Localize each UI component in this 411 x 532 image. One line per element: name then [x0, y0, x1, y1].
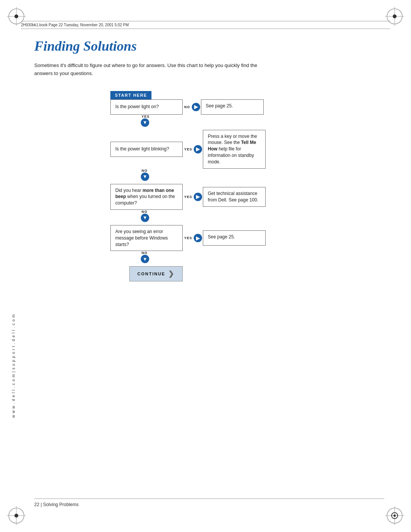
q2-yes-text: Press a key or move the mouse. See the T…	[208, 134, 257, 165]
q4-section: Are you seeing an error message before W…	[110, 225, 369, 263]
sidebar-url: w w w . d e l l . c o m | s u p p o r t …	[11, 114, 16, 418]
svg-point-11	[14, 514, 18, 518]
intro-text: Sometimes it's difficult to figure out w…	[34, 62, 270, 78]
header-bar: 2H930bk1.book Page 22 Tuesday, November …	[21, 21, 390, 29]
q4-no-down-icon: ▼	[141, 255, 149, 263]
q1-yes-down-icon: ▼	[141, 118, 149, 127]
q3-no-down-icon: ▼	[141, 214, 149, 222]
start-here-label: START HERE	[110, 91, 369, 99]
q2-yes-arrow-icon: ▶	[194, 145, 202, 153]
q2-section: Is the power light blinking? YES ▶ Press…	[110, 130, 369, 181]
q2-no-down-icon: ▼	[141, 173, 149, 181]
q1-section: Is the power light on? NO ▶ See page 25.…	[110, 99, 369, 127]
flowchart: START HERE Is the power light on? NO ▶ S…	[110, 91, 369, 282]
corner-mark-bl	[7, 506, 26, 525]
q1-yes-down: YES ▼	[110, 115, 369, 127]
continue-label: CONTINUE	[137, 272, 165, 276]
header-file-info: 2H930bk1.book Page 22 Tuesday, November …	[21, 23, 129, 27]
q4-yes-arrow-icon: ▶	[194, 234, 202, 242]
q3-no-down: NO ▼	[110, 210, 369, 222]
q1-row: Is the power light on? NO ▶ See page 25.	[110, 99, 369, 115]
q3-row: Did you hear more than one beep when you…	[110, 184, 369, 210]
q3-text: Did you hear more than one beep when you…	[115, 187, 178, 206]
q2-question: Is the power light blinking?	[110, 142, 183, 157]
q2-row: Is the power light blinking? YES ▶ Press…	[110, 130, 369, 169]
q4-row: Are you seeing an error message before W…	[110, 225, 369, 251]
corner-mark-br	[385, 506, 404, 525]
q1-no-answer: See page 25.	[201, 99, 264, 115]
q4-yes-connector: YES ▶	[183, 234, 202, 242]
q4-question: Are you seeing an error message before W…	[110, 225, 183, 251]
q2-yes-connector: YES ▶	[183, 145, 202, 153]
q3-yes-connector: YES ▶	[183, 193, 202, 201]
svg-point-7	[393, 14, 397, 18]
q2-yes-answer: Press a key or move the mouse. See the T…	[203, 130, 266, 169]
q4-yes-answer: See page 25.	[203, 230, 266, 246]
q1-no-arrow-icon: ▶	[192, 103, 200, 111]
footer: 22 | Solving Problems	[34, 498, 384, 507]
footer-text: 22 | Solving Problems	[34, 502, 79, 507]
q3-section: Did you hear more than one beep when you…	[110, 184, 369, 222]
page-title: Finding Solutions	[34, 38, 384, 54]
continue-section: CONTINUE ❯	[110, 266, 369, 281]
continue-arrow-icon: ❯	[168, 270, 175, 278]
q1-question: Is the power light on?	[110, 99, 183, 115]
q1-no-connector: NO ▶	[183, 103, 200, 111]
svg-point-16	[393, 514, 396, 517]
main-content: Finding Solutions Sometimes it's difficu…	[34, 38, 384, 281]
q3-yes-answer: Get technical assistance from Dell. See …	[203, 187, 266, 207]
q3-yes-arrow-icon: ▶	[194, 193, 202, 201]
continue-box: CONTINUE ❯	[129, 266, 183, 281]
svg-point-3	[14, 14, 18, 18]
q4-no-down: NO ▼	[110, 251, 369, 263]
q2-no-down: NO ▼	[110, 169, 369, 181]
q3-question: Did you hear more than one beep when you…	[110, 184, 183, 210]
